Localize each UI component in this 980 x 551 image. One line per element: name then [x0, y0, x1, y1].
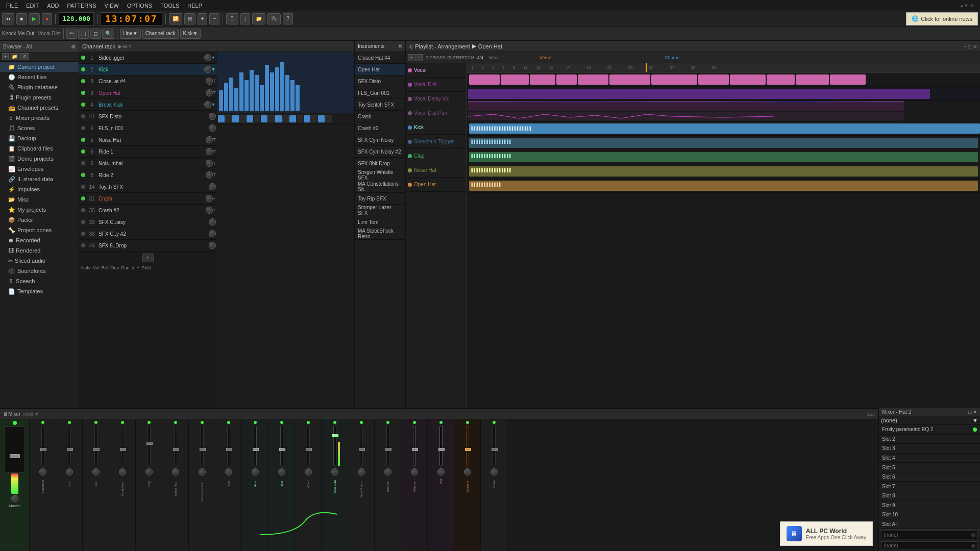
- track-led-vocal[interactable]: [408, 68, 412, 72]
- vocal-clip-1[interactable]: [469, 74, 500, 85]
- track-row-vocaldelay[interactable]: [467, 101, 980, 111]
- mixer-knob-ride[interactable]: [225, 468, 232, 475]
- fader-handle-wood[interactable]: [306, 448, 312, 451]
- sidebar-item-clipboard[interactable]: 📋 Clipboard files: [0, 143, 79, 154]
- mixer-led-active[interactable]: [333, 421, 336, 424]
- channel-led-9[interactable]: [81, 149, 85, 154]
- fx-top-selector[interactable]: (none) ▼: [879, 416, 980, 425]
- channel-knob-9[interactable]: [206, 148, 213, 155]
- vocal-clip-3[interactable]: [530, 74, 555, 85]
- fx-bottom-selector1[interactable]: (none): [881, 531, 978, 539]
- vocal-clip-5[interactable]: [578, 74, 608, 85]
- add-channel-button[interactable]: +: [142, 254, 154, 262]
- channel-knob-4[interactable]: [206, 89, 213, 96]
- instrument-item-openhat[interactable]: Open Hat: [355, 64, 405, 76]
- beat-1-8[interactable]: [268, 115, 275, 122]
- channel-knob-11[interactable]: [206, 171, 213, 179]
- mixer-led-kick[interactable]: [68, 421, 71, 424]
- fader-handle-kick[interactable]: [67, 448, 73, 451]
- mixer-master-fader-handle[interactable]: [10, 454, 20, 458]
- browser-button[interactable]: 📁: [252, 13, 265, 24]
- channel-led-8[interactable]: [81, 138, 85, 142]
- fader-handle-pad[interactable]: [438, 448, 445, 451]
- channel-vol-4[interactable]: T: [213, 90, 216, 95]
- channel-led-1[interactable]: [81, 56, 85, 60]
- mixer-button[interactable]: 🎚: [226, 13, 238, 24]
- fader-handle-ba[interactable]: [385, 448, 391, 451]
- channel-knob-8[interactable]: [206, 136, 213, 143]
- instrument-item-maconst[interactable]: MA Constellations Sh...: [355, 181, 405, 193]
- fader-handle-nh[interactable]: [173, 448, 179, 451]
- zoom-tool[interactable]: 🔍: [102, 29, 114, 39]
- sidebar-item-impulses[interactable]: ⚡ Impulses: [0, 184, 79, 194]
- track-row-sidechain-arr[interactable]: ▐▐▐▐▐▐▐▐▐▐▐▐▐▐▐▐: [467, 136, 980, 150]
- channel-name-fls001[interactable]: FLS_n 001: [97, 126, 209, 131]
- channel-name-ride2[interactable]: Ride 2: [97, 172, 206, 178]
- instrument-item-smigen[interactable]: Smigen Whistle SFX: [355, 169, 405, 181]
- sidebar-settings-icon[interactable]: ⚙: [71, 44, 76, 49]
- mixer-knob-kick2[interactable]: [92, 468, 100, 475]
- track-led-openhat-arr[interactable]: [408, 183, 412, 187]
- channel-led-5[interactable]: [81, 103, 85, 107]
- mixer-master-led[interactable]: [13, 421, 17, 425]
- vocal-clip-11[interactable]: [796, 74, 829, 85]
- track-led-kick[interactable]: [408, 126, 412, 130]
- kick-clip-1[interactable]: ▐▐▐▐▐▐▐▐▐▐▐▐▐▐▐▐▐▐▐▐▐▐▐▐: [469, 123, 980, 134]
- channel-vol-3[interactable]: T: [213, 79, 216, 84]
- mixer-knob-snare[interactable]: [491, 468, 498, 475]
- beat-1-7[interactable]: [261, 115, 267, 122]
- mixer-knob-clap[interactable]: [145, 468, 153, 475]
- channel-name-crash2[interactable]: Crash #2: [97, 208, 206, 213]
- fader-handle-ride[interactable]: [226, 448, 232, 451]
- channel-knob-12[interactable]: [209, 183, 216, 190]
- channel-led-12[interactable]: [81, 185, 85, 189]
- mixer-knob-hats1[interactable]: [252, 468, 259, 475]
- channel-name-sidec[interactable]: Sidec..gger: [97, 55, 204, 61]
- sidebar-item-recent[interactable]: 🕐 Recent files: [0, 72, 79, 82]
- menu-options[interactable]: OPTIONS: [123, 3, 157, 9]
- mixer-knob-nc[interactable]: [199, 468, 206, 475]
- beat-1-1[interactable]: [218, 115, 225, 122]
- plugin-button[interactable]: 🔌: [267, 13, 281, 24]
- clap-clip[interactable]: ▐▐▐▐▐▐▐▐▐▐▐▐▐▐▐▐: [469, 152, 978, 162]
- channel-name-openhat[interactable]: Open Hat: [97, 90, 206, 96]
- arr-zoom-out[interactable]: −: [415, 54, 422, 61]
- channel-led-6[interactable]: [81, 114, 85, 118]
- mixer-led-breakkick[interactable]: [121, 421, 124, 424]
- fader-handle-breakkick[interactable]: [120, 448, 126, 451]
- fx-item-slot4[interactable]: Slot 4: [879, 454, 980, 463]
- vocal-clip-4[interactable]: [556, 74, 577, 85]
- channel-knob-5[interactable]: [204, 101, 211, 108]
- channel-led-7[interactable]: [81, 126, 85, 130]
- track-led-vocaldistpan[interactable]: [408, 111, 412, 115]
- channel-name-noismbal[interactable]: Nois..mbal: [97, 161, 206, 166]
- sidebar-item-ilshared[interactable]: 🔗 IL shared data: [0, 174, 79, 184]
- channel-knob-1[interactable]: [204, 54, 211, 61]
- track-row-vocal[interactable]: [467, 72, 980, 87]
- fx-item-slot10[interactable]: Slot 10: [879, 510, 980, 520]
- channel-knob-7[interactable]: [209, 124, 216, 132]
- mixer-led-chords[interactable]: [413, 421, 416, 424]
- vocal-clip-7[interactable]: [651, 74, 697, 85]
- channel-knob-15[interactable]: [209, 218, 216, 226]
- fader-handle-bl[interactable]: [465, 448, 471, 451]
- play-button[interactable]: ▶: [29, 13, 40, 24]
- sidebar-item-demo[interactable]: 🎬 Demo projects: [0, 154, 79, 164]
- instrument-item-stomper[interactable]: Stomper Lazer SFX: [355, 205, 405, 216]
- channel-vol-13[interactable]: +: [213, 196, 215, 201]
- beat-1-11[interactable]: [289, 115, 296, 122]
- fx-item-slot8[interactable]: Slot 8: [879, 491, 980, 501]
- fader-handle-clap[interactable]: [146, 442, 153, 445]
- track-row-openhat-arr[interactable]: ▐▐▐▐▐▐▐▐▐▐▐▐: [467, 179, 980, 193]
- track-row-clap-arr[interactable]: ▐▐▐▐▐▐▐▐▐▐▐▐▐▐▐▐: [467, 150, 980, 164]
- fader-handle-active[interactable]: [332, 434, 338, 437]
- beat-1-15[interactable]: [318, 115, 325, 122]
- sidebar-item-project-bones[interactable]: 🦴 Project bones: [0, 225, 79, 235]
- instrument-item-closedhat4[interactable]: Closed Hat #4: [355, 52, 405, 64]
- channel-name-breakkick[interactable]: Break Kick: [97, 102, 204, 108]
- sidebar-refresh-btn[interactable]: ↺: [20, 53, 29, 60]
- loop-button[interactable]: 🔁: [169, 13, 182, 24]
- fx-item-slot2[interactable]: Slot 2: [879, 435, 980, 444]
- mixer-led-hats2[interactable]: [280, 421, 283, 424]
- mixer-led-kick2[interactable]: [94, 421, 97, 424]
